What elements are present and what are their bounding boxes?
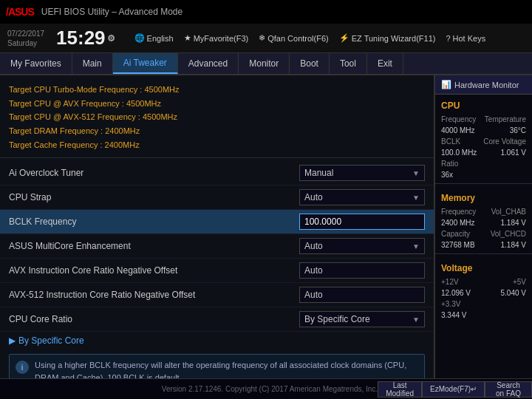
setting-avx-offset[interactable]: AVX Instruction Core Ratio Negative Offs… — [0, 259, 434, 283]
multicore-value[interactable]: Auto ▼ — [299, 238, 425, 254]
dropdown-arrow-icon: ▼ — [412, 169, 420, 177]
last-modified-button[interactable]: Last Modified — [378, 381, 422, 398]
hw-mem-row2-labels: Capacity Vol_CHCD — [435, 228, 532, 239]
info-box: i Using a higher BCLK frequency will alt… — [9, 354, 425, 378]
bclk-input[interactable]: 100.0000 — [299, 214, 425, 230]
cpu-strap-value[interactable]: Auto ▼ — [299, 189, 425, 205]
sub-section-label: By Specific Core — [18, 335, 84, 346]
hw-33v-label: +3.3V — [435, 299, 532, 310]
hw-cpu-row1-values: 4000 MHz 36°C — [435, 125, 532, 136]
settings-gear-icon[interactable]: ⚙ — [107, 33, 115, 44]
hw-cpu-row2-values: 100.0 MHz 1.061 V — [435, 147, 532, 158]
hw-33v-value: 3.344 V — [435, 310, 532, 321]
setting-avx512-offset[interactable]: AVX-512 Instruction Core Ratio Negative … — [0, 283, 434, 307]
top-bar: /ASUS UEFI BIOS Utility – Advanced Mode — [0, 0, 532, 24]
ez-tuning-icon: ⚡ — [339, 33, 349, 43]
hw-cpu-ratio-value: 36x — [435, 169, 532, 180]
hotkeys-icon: ? — [446, 34, 450, 43]
qfan-button[interactable]: ❄ Qfan Control(F6) — [259, 33, 329, 43]
hw-cpu-ratio-label: Ratio — [435, 158, 532, 169]
hw-cpu-row2-labels: BCLK Core Voltage — [435, 136, 532, 147]
nav-monitor[interactable]: Monitor — [239, 53, 290, 74]
hw-mem-row1-labels: Frequency Vol_CHAB — [435, 206, 532, 217]
top-icons: 🌐 English ★ MyFavorite(F3) ❄ Qfan Contro… — [134, 33, 486, 43]
nav-boot[interactable]: Boot — [290, 53, 330, 74]
ai-overclock-value[interactable]: Manual ▼ — [299, 165, 425, 181]
hot-keys-button[interactable]: ? Hot Keys — [446, 33, 485, 43]
hw-divider-2 — [435, 253, 532, 254]
ez-mode-button[interactable]: EzMode(F7)↵ — [422, 381, 485, 398]
avx512-offset-value: Auto — [299, 287, 425, 303]
nav-bar: My Favorites Main Ai Tweaker Advanced Mo… — [0, 53, 532, 75]
info-icon: i — [16, 361, 29, 374]
hw-monitor-title: Hardware Monitor — [454, 81, 519, 89]
language-icon: 🌐 — [134, 33, 145, 43]
favorites-icon: ★ — [184, 33, 191, 43]
setting-multicore[interactable]: ASUS MultiCore Enhancement Auto ▼ — [0, 234, 434, 259]
search-faq-button[interactable]: Search on FAQ — [485, 381, 532, 398]
time-display: 15:29 ⚙ — [56, 27, 115, 50]
favorites-button[interactable]: ★ MyFavorite(F3) — [184, 33, 249, 43]
info-line-1: Target CPU Turbo-Mode Frequency : 4500MH… — [9, 83, 425, 97]
avx-offset-value: Auto — [299, 262, 425, 279]
hw-divider-1 — [435, 183, 532, 184]
left-panel: Target CPU Turbo-Mode Frequency : 4500MH… — [0, 75, 434, 378]
hardware-monitor-panel: 📊 Hardware Monitor CPU Frequency Tempera… — [434, 75, 532, 378]
monitor-icon: 📊 — [441, 80, 451, 89]
cpu-core-ratio-value[interactable]: By Specific Core ▼ — [299, 311, 425, 327]
info-line-3: Target CPU @ AVX-512 Frequency : 4500MHz — [9, 110, 425, 124]
fan-icon: ❄ — [259, 33, 265, 43]
setting-bclk-frequency[interactable]: BCLK Frequency 100.0000 — [0, 210, 434, 234]
ez-tuning-button[interactable]: ⚡ EZ Tuning Wizard(F11) — [339, 33, 436, 43]
hw-voltage-title: Voltage — [435, 257, 532, 276]
bottom-buttons: Last Modified EzMode(F7)↵ Search on FAQ — [378, 381, 532, 398]
setting-cpu-core-ratio[interactable]: CPU Core Ratio By Specific Core ▼ — [0, 307, 434, 332]
setting-ai-overclock-tuner[interactable]: Ai Overclock Tuner Manual ▼ — [0, 161, 434, 185]
hw-memory-title: Memory — [435, 187, 532, 206]
hw-monitor-header: 📊 Hardware Monitor — [435, 75, 532, 95]
info-lines: Target CPU Turbo-Mode Frequency : 4500MH… — [0, 80, 434, 158]
nav-exit[interactable]: Exit — [367, 53, 403, 74]
hw-mem-row1-values: 2400 MHz 1.184 V — [435, 217, 532, 228]
info-line-2: Target CPU @ AVX Frequency : 4500MHz — [9, 97, 425, 111]
date-display: 07/22/2017 Saturday — [7, 29, 44, 48]
nav-my-favorites[interactable]: My Favorites — [0, 53, 72, 74]
dropdown-arrow-icon: ▼ — [412, 316, 420, 324]
hw-volt-row1-values: 12.096 V 5.040 V — [435, 287, 532, 299]
nav-advanced[interactable]: Advanced — [178, 53, 239, 74]
datetime-bar: 07/22/2017 Saturday 15:29 ⚙ 🌐 English ★ … — [0, 24, 532, 53]
app-title: UEFI BIOS Utility – Advanced Mode — [41, 7, 183, 17]
hw-mem-row2-values: 32768 MB 1.184 V — [435, 239, 532, 250]
info-line-5: Target Cache Frequency : 2400MHz — [9, 138, 425, 152]
info-text: Using a higher BCLK frequency will alter… — [35, 359, 418, 378]
asus-logo: /ASUS — [6, 6, 34, 18]
by-specific-core-section[interactable]: ▶ By Specific Core — [0, 332, 434, 349]
date-line1: 07/22/2017 — [7, 29, 44, 38]
setting-cpu-strap[interactable]: CPU Strap Auto ▼ — [0, 185, 434, 210]
nav-ai-tweaker[interactable]: Ai Tweaker — [113, 53, 178, 74]
time-value: 15:29 — [56, 27, 106, 50]
info-line-4: Target DRAM Frequency : 2400MHz — [9, 124, 425, 138]
hw-cpu-title: CPU — [435, 95, 532, 114]
bottom-bar: Version 2.17.1246. Copyright (C) 2017 Am… — [0, 378, 532, 399]
dropdown-arrow-icon: ▼ — [412, 194, 420, 202]
hw-cpu-row1-labels: Frequency Temperature — [435, 114, 532, 125]
copyright-text: Version 2.17.1246. Copyright (C) 2017 Am… — [162, 385, 378, 393]
main-content: Target CPU Turbo-Mode Frequency : 4500MH… — [0, 75, 532, 378]
nav-main[interactable]: Main — [72, 53, 113, 74]
hw-volt-row1-labels: +12V +5V — [435, 276, 532, 287]
date-line2: Saturday — [7, 38, 44, 48]
language-button[interactable]: 🌐 English — [134, 33, 174, 43]
dropdown-arrow-icon: ▼ — [412, 242, 420, 250]
nav-tool[interactable]: Tool — [330, 53, 367, 74]
expand-icon: ▶ — [9, 335, 16, 346]
